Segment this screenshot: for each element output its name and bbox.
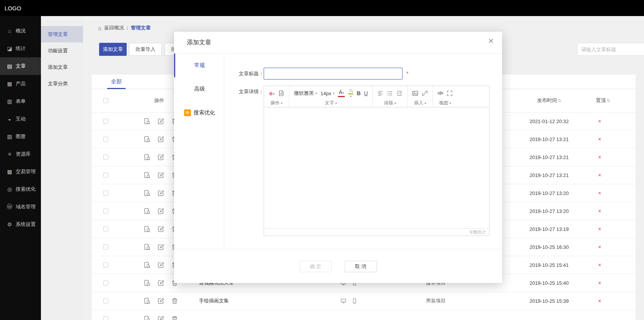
row-checkbox[interactable] (103, 263, 108, 268)
modal-tab-seo[interactable]: 中搜索优化 (174, 101, 224, 125)
row-checkbox[interactable] (103, 281, 108, 286)
preview-icon[interactable] (144, 226, 150, 232)
edit-icon[interactable] (158, 262, 164, 268)
edit-icon[interactable] (158, 298, 164, 304)
subsidebar-item-article-categories[interactable]: 文章分类 (41, 75, 83, 92)
edit-icon[interactable] (158, 118, 164, 125)
pin-status-icon[interactable]: × (598, 208, 601, 214)
breadcrumb-back-link[interactable]: 返回概况 (104, 24, 124, 31)
edit-icon[interactable] (158, 244, 164, 250)
actions-dropdown[interactable]: 操作 (271, 100, 283, 106)
pin-status-icon[interactable]: × (598, 172, 601, 178)
modal-tab-general[interactable]: 常规 (174, 54, 224, 77)
row-checkbox[interactable] (103, 173, 108, 178)
format-eraser-icon[interactable]: ◈ (269, 90, 275, 97)
row-checkbox[interactable] (103, 191, 108, 196)
sort-icon[interactable]: ⇅ (607, 98, 610, 103)
sidebar-item-products[interactable]: ▦产品 (0, 75, 41, 93)
header-pin[interactable]: 置顶⇅ (596, 97, 610, 104)
edit-icon[interactable] (158, 316, 164, 320)
preview-icon[interactable] (144, 262, 150, 268)
sidebar-item-resources[interactable]: ≡资源库 (0, 145, 41, 163)
preview-icon[interactable] (144, 154, 150, 161)
underline-icon[interactable]: U (364, 90, 368, 96)
delete-icon[interactable] (171, 316, 178, 320)
preview-icon[interactable] (144, 190, 150, 197)
row-checkbox[interactable] (103, 299, 108, 304)
preview-icon[interactable] (144, 298, 150, 304)
row-checkbox[interactable] (103, 209, 108, 214)
highlight-color-icon[interactable] (348, 88, 353, 98)
preview-icon[interactable] (144, 208, 150, 214)
close-icon[interactable]: × (488, 36, 494, 45)
document-template-icon[interactable] (278, 90, 284, 96)
home-icon[interactable]: ⌂ (98, 25, 101, 31)
batch-import-button[interactable]: 批量导入 (129, 43, 162, 56)
insert-dropdown[interactable]: 插入 (414, 100, 426, 106)
row-checkbox[interactable] (103, 317, 108, 320)
edit-icon[interactable] (158, 280, 164, 286)
header-publish-time[interactable]: 发布时间⇅ (513, 97, 585, 104)
preview-icon[interactable] (144, 172, 150, 179)
pin-status-icon[interactable]: × (598, 118, 601, 124)
pin-status-icon[interactable]: × (598, 262, 601, 268)
align-icon[interactable] (377, 90, 383, 96)
fullscreen-icon[interactable] (447, 90, 453, 96)
source-code-icon[interactable]: </> (437, 91, 443, 96)
insert-image-icon[interactable] (412, 90, 418, 96)
preview-icon[interactable] (144, 244, 150, 250)
subsidebar-item-function-settings[interactable]: 功能设置 (41, 42, 83, 59)
view-dropdown[interactable]: 视图 (439, 100, 451, 106)
preview-icon[interactable] (144, 118, 150, 125)
sidebar-item-forms[interactable]: ▥表单 (0, 93, 41, 110)
pin-status-icon[interactable]: × (598, 136, 601, 142)
font-family-dropdown[interactable]: 微软雅黑 (294, 90, 317, 97)
row-checkbox[interactable] (103, 155, 108, 160)
row-checkbox[interactable] (103, 245, 108, 250)
confirm-button[interactable]: 确 定 (300, 261, 332, 272)
row-checkbox[interactable] (103, 119, 108, 124)
edit-icon[interactable] (158, 226, 164, 232)
font-color-icon[interactable]: A (338, 89, 345, 97)
edit-icon[interactable] (158, 136, 164, 143)
article-title-input[interactable] (264, 68, 403, 80)
edit-icon[interactable] (158, 208, 164, 214)
delete-icon[interactable] (171, 298, 178, 304)
insert-link-icon[interactable] (422, 90, 428, 96)
tab-all[interactable]: 全部 (107, 75, 126, 89)
edit-icon[interactable] (158, 172, 164, 179)
select-all-checkbox[interactable] (103, 98, 108, 103)
sidebar-item-overview[interactable]: ⌂概况 (0, 22, 41, 40)
modal-tab-advanced[interactable]: 高级 (174, 77, 224, 101)
text-dropdown[interactable]: 文字 (325, 100, 337, 106)
sidebar-item-articles[interactable]: ▤文章 (0, 57, 41, 75)
row-checkbox[interactable] (103, 227, 108, 232)
pin-status-icon[interactable]: × (598, 280, 601, 286)
add-article-button[interactable]: 添加文章 (99, 43, 127, 56)
sidebar-item-settings[interactable]: ⚙系统设置 (0, 216, 41, 233)
pin-status-icon[interactable]: × (598, 244, 601, 250)
preview-icon[interactable] (144, 136, 150, 143)
bold-icon[interactable]: B (357, 90, 360, 96)
pin-status-icon[interactable]: × (598, 154, 601, 160)
edit-icon[interactable] (158, 190, 164, 197)
pin-status-icon[interactable]: × (598, 190, 601, 196)
edit-icon[interactable] (158, 154, 164, 161)
list-icon[interactable] (387, 90, 393, 96)
sidebar-item-domains[interactable]: Ⓦ域名管理 (0, 198, 41, 216)
font-size-dropdown[interactable]: 14px (321, 91, 335, 96)
sidebar-item-interaction[interactable]: ◒互动 (0, 110, 41, 128)
sidebar-item-seo[interactable]: ◎搜索优化 (0, 180, 41, 198)
indent-icon[interactable] (396, 90, 403, 96)
sort-icon[interactable]: ⇅ (558, 98, 561, 103)
subsidebar-item-manage-articles[interactable]: 管理文章 (41, 26, 83, 42)
editor-content-area[interactable] (264, 107, 489, 228)
layout-dropdown[interactable]: 排版 (384, 100, 396, 106)
sidebar-item-albums[interactable]: ▨图册 (0, 128, 41, 145)
search-input[interactable] (577, 43, 644, 56)
row-checkbox[interactable] (103, 137, 108, 142)
preview-icon[interactable] (144, 316, 150, 320)
subsidebar-item-add-article[interactable]: 添加文章 (41, 59, 83, 75)
article-title[interactable]: 手绘插画文集 (199, 297, 229, 304)
cancel-button[interactable]: 取 消 (345, 261, 377, 272)
